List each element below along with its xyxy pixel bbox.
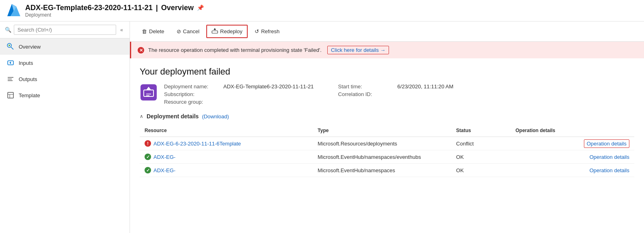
- deployment-details: Deployment name: ADX-EG-Template6-23-202…: [164, 83, 454, 105]
- section-header: ∧ Deployment details (Download): [140, 113, 634, 120]
- correlation-label: Correlation ID:: [338, 91, 395, 97]
- cancel-label: Cancel: [183, 28, 199, 34]
- table-header-row: Resource Type Status Operation details: [140, 124, 634, 137]
- table-cell-opdetails: Operation details: [510, 137, 634, 150]
- sidebar-item-label: Inputs: [19, 60, 33, 66]
- resource-link[interactable]: ADX-EG-: [153, 154, 175, 160]
- page-name: Overview: [161, 4, 194, 12]
- table-cell-type: Microsoft.EventHub/namespaces/eventhubs: [313, 150, 451, 164]
- overview-icon: [6, 43, 15, 51]
- alert-banner: ✕ The resource operation completed with …: [130, 42, 644, 58]
- col-header-type: Type: [313, 124, 451, 137]
- main-layout: 🔍 « Overview Inputs: [0, 21, 644, 233]
- resource-link[interactable]: ADX-EG-: [153, 167, 175, 173]
- operation-details-link[interactable]: Operation details: [590, 154, 629, 160]
- redeploy-icon: [212, 28, 218, 35]
- detail-name-row: Deployment name: ADX-EG-Template6-23-202…: [164, 83, 314, 90]
- subscription-label: Subscription:: [164, 91, 221, 97]
- starttime-label: Start time:: [338, 83, 395, 90]
- search-bar: 🔍 «: [0, 21, 130, 38]
- delete-button[interactable]: 🗑 Delete: [136, 26, 170, 37]
- template-icon: [6, 91, 15, 99]
- azure-logo: [6, 3, 21, 18]
- rg-label: Resource group:: [164, 99, 221, 105]
- table-cell-resource: ✓ ADX-EG-: [140, 150, 313, 164]
- pin-icon[interactable]: 📌: [197, 4, 204, 11]
- toolbar: 🗑 Delete ⊘ Cancel Redeploy ↺ Refresh: [130, 21, 644, 42]
- starttime-value: 6/23/2020, 11:11:20 AM: [398, 83, 454, 90]
- sidebar-item-label: Overview: [19, 44, 41, 50]
- header-title-group: ADX-EG-Template6-23-2020-11-11-21 | Over…: [25, 4, 204, 18]
- sidebar-item-label: Outputs: [19, 76, 37, 82]
- delete-label: Delete: [149, 28, 164, 34]
- col-header-resource: Resource: [140, 124, 313, 137]
- sidebar-item-label: Template: [19, 92, 40, 98]
- status-success-icon: ✓: [145, 154, 151, 160]
- name-label: Deployment name:: [164, 83, 221, 90]
- download-link[interactable]: (Download): [202, 113, 229, 120]
- table-cell-type: Microsoft.Resources/deployments: [313, 137, 451, 150]
- sidebar: 🔍 « Overview Inputs: [0, 21, 130, 233]
- redeploy-label: Redeploy: [220, 28, 242, 34]
- detail-col-left: Deployment name: ADX-EG-Template6-23-202…: [164, 83, 314, 105]
- section-title: Deployment details: [147, 113, 199, 120]
- status-success-icon: ✓: [145, 167, 151, 173]
- detail-subscription-row: Subscription:: [164, 91, 314, 97]
- table-row: ! ADX-EG-6-23-2020-11-11-6Template Micro…: [140, 137, 634, 150]
- detail-rg-row: Resource group:: [164, 99, 314, 105]
- table-cell-status: OK: [451, 164, 510, 177]
- status-error-icon: !: [145, 140, 151, 147]
- delete-icon: 🗑: [142, 28, 147, 34]
- col-header-opdetails: Operation details: [510, 124, 634, 137]
- table-cell-status: Conflict: [451, 137, 510, 150]
- refresh-button[interactable]: ↺ Refresh: [249, 26, 285, 37]
- collapse-button[interactable]: «: [119, 26, 125, 34]
- table-cell-type: Microsoft.EventHub/namespaces: [313, 164, 451, 177]
- outputs-icon: [6, 75, 15, 83]
- cancel-button[interactable]: ⊘ Cancel: [171, 26, 205, 37]
- search-icon: 🔍: [5, 27, 11, 33]
- inputs-icon: [6, 59, 15, 67]
- refresh-label: Refresh: [261, 28, 280, 34]
- svg-line-5: [11, 47, 13, 49]
- table-row: ✓ ADX-EG- Microsoft.EventHub/namespaces/…: [140, 150, 634, 164]
- page-content: Your deployment failed Deployment: [130, 58, 644, 185]
- svg-rect-10: [8, 92, 13, 98]
- alert-message: The resource operation completed with te…: [148, 47, 322, 53]
- alert-details-link[interactable]: Click here for details →: [327, 46, 389, 54]
- cancel-icon: ⊘: [177, 28, 181, 34]
- alert-icon: ✕: [138, 47, 144, 53]
- deployment-info: Deployment name: ADX-EG-Template6-23-202…: [140, 83, 634, 105]
- sidebar-item-template[interactable]: Template: [0, 87, 130, 103]
- resource-link[interactable]: ADX-EG-6-23-2020-11-11-6Template: [153, 141, 241, 147]
- table-cell-status: OK: [451, 150, 510, 164]
- table-row: ✓ ADX-EG- Microsoft.EventHub/namespaces …: [140, 164, 634, 177]
- table-cell-resource: ! ADX-EG-6-23-2020-11-11-6Template: [140, 137, 313, 150]
- sidebar-item-outputs[interactable]: Outputs: [0, 71, 130, 87]
- operation-details-link[interactable]: Operation details: [590, 167, 629, 173]
- table-cell-opdetails: Operation details: [510, 164, 634, 177]
- page-heading: Your deployment failed: [140, 66, 634, 77]
- svg-rect-13: [212, 31, 218, 33]
- header-title: ADX-EG-Template6-23-2020-11-11-21 | Over…: [25, 4, 204, 12]
- sidebar-item-overview[interactable]: Overview: [0, 38, 130, 55]
- page-header: ADX-EG-Template6-23-2020-11-11-21 | Over…: [0, 0, 644, 21]
- table-cell-resource: ✓ ADX-EG-: [140, 164, 313, 177]
- deployment-table: Resource Type Status Operation details !…: [140, 124, 634, 177]
- main-content: 🗑 Delete ⊘ Cancel Redeploy ↺ Refresh: [130, 21, 644, 233]
- table-cell-opdetails: Operation details: [510, 150, 634, 164]
- svg-marker-14: [214, 28, 216, 30]
- detail-correlation-row: Correlation ID:: [338, 91, 454, 97]
- name-value: ADX-EG-Template6-23-2020-11-11-21: [223, 83, 314, 90]
- detail-col-right: Start time: 6/23/2020, 11:11:20 AM Corre…: [338, 83, 454, 105]
- title-divider: |: [156, 4, 158, 12]
- operation-details-link[interactable]: Operation details: [584, 139, 629, 148]
- sidebar-item-inputs[interactable]: Inputs: [0, 55, 130, 71]
- refresh-icon: ↺: [255, 28, 259, 34]
- detail-starttime-row: Start time: 6/23/2020, 11:11:20 AM: [338, 83, 454, 90]
- svg-point-4: [9, 45, 10, 46]
- deployment-resource-icon: [140, 83, 158, 101]
- chevron-icon[interactable]: ∧: [140, 113, 143, 119]
- search-input[interactable]: [14, 25, 116, 35]
- redeploy-button[interactable]: Redeploy: [206, 25, 248, 38]
